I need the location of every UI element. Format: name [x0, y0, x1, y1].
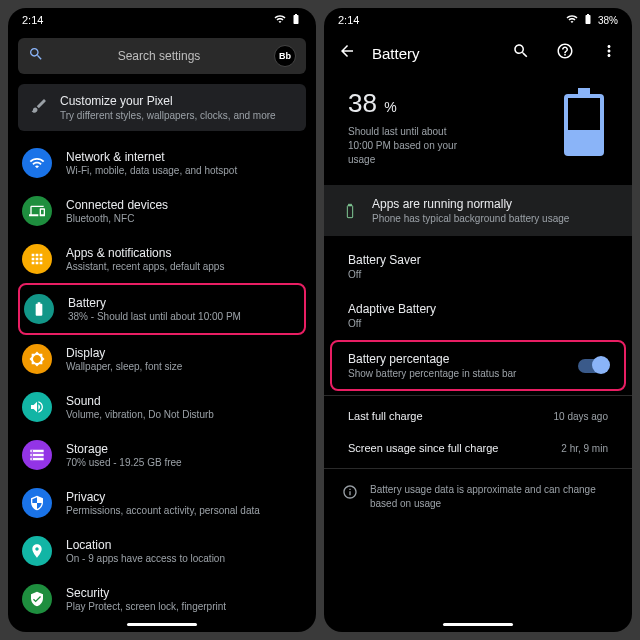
settings-row-privacy[interactable]: Privacy Permissions, account activity, p…	[18, 479, 306, 527]
search-icon[interactable]	[512, 42, 530, 64]
search-icon	[28, 46, 44, 66]
settings-row-storage[interactable]: Storage 70% used - 19.25 GB free	[18, 431, 306, 479]
row-sub: Wallpaper, sleep, font size	[66, 361, 182, 372]
svg-rect-3	[347, 205, 352, 217]
battery-pct-big: 38 %	[348, 88, 468, 119]
row-title: Security	[66, 586, 226, 600]
divider	[324, 468, 632, 469]
profile-avatar[interactable]: Bb	[274, 45, 296, 67]
search-placeholder: Search settings	[44, 49, 274, 63]
devices-icon	[22, 196, 52, 226]
battery-pct-text: 38%	[598, 15, 618, 26]
last-full-charge-row[interactable]: Last full charge 10 days ago	[324, 400, 632, 432]
battery-icon	[290, 13, 302, 27]
battery-icon	[582, 13, 594, 27]
battery-estimate: Should last until about 10:00 PM based o…	[348, 125, 468, 167]
row-title: Storage	[66, 442, 182, 456]
row-title: Privacy	[66, 490, 260, 504]
status-time: 2:14	[338, 14, 359, 26]
help-icon[interactable]	[556, 42, 574, 64]
settings-row-devices[interactable]: Connected devices Bluetooth, NFC	[18, 187, 306, 235]
settings-list: Network & internet Wi-Fi, mobile, data u…	[8, 139, 316, 616]
row-sub: 70% used - 19.25 GB free	[66, 457, 182, 468]
sound-icon	[22, 392, 52, 422]
search-settings-bar[interactable]: Search settings Bb	[18, 38, 306, 74]
row-title: Sound	[66, 394, 214, 408]
adaptive-battery-row[interactable]: Adaptive Battery Off	[324, 291, 632, 340]
svg-rect-2	[568, 98, 600, 130]
wifi-icon	[566, 13, 578, 27]
status-time: 2:14	[22, 14, 43, 26]
battery-header: Battery	[324, 32, 632, 74]
customize-title: Customize your Pixel	[60, 94, 276, 108]
settings-row-apps[interactable]: Apps & notifications Assistant, recent a…	[18, 235, 306, 283]
privacy-icon	[22, 488, 52, 518]
row-sub: Volume, vibration, Do Not Disturb	[66, 409, 214, 420]
row-title: Location	[66, 538, 225, 552]
customize-sub: Try different styles, wallpapers, clocks…	[60, 110, 276, 121]
battery-saver-row[interactable]: Battery Saver Off	[324, 242, 632, 291]
battery-ok-icon	[342, 201, 358, 221]
svg-rect-0	[578, 88, 590, 94]
settings-row-security[interactable]: Security Play Protect, screen lock, fing…	[18, 575, 306, 616]
more-icon[interactable]	[600, 42, 618, 64]
row-sub: 38% - Should last until about 10:00 PM	[68, 311, 241, 322]
page-title: Battery	[372, 45, 486, 62]
screen-usage-row[interactable]: Screen usage since full charge 2 hr, 9 m…	[324, 432, 632, 464]
apps-running-sub: Phone has typical background battery usa…	[372, 213, 569, 224]
row-title: Battery	[68, 296, 241, 310]
apps-running-card[interactable]: Apps are running normally Phone has typi…	[324, 185, 632, 236]
settings-row-display[interactable]: Display Wallpaper, sleep, font size	[18, 335, 306, 383]
battery-percentage-row[interactable]: Battery percentage Show battery percenta…	[330, 340, 626, 391]
row-sub: Permissions, account activity, personal …	[66, 505, 260, 516]
battery-footnote: Battery usage data is approximate and ca…	[324, 473, 632, 521]
wifi-icon	[274, 13, 286, 27]
row-title: Display	[66, 346, 182, 360]
row-sub: Bluetooth, NFC	[66, 213, 168, 224]
battery-settings-screen: 2:14 38% Battery 38 % Should last until …	[324, 8, 632, 632]
back-arrow-icon[interactable]	[338, 42, 356, 64]
location-icon	[22, 536, 52, 566]
row-sub: Assistant, recent apps, default apps	[66, 261, 224, 272]
divider	[324, 395, 632, 396]
battery-summary: 38 % Should last until about 10:00 PM ba…	[324, 74, 632, 185]
row-title: Apps & notifications	[66, 246, 224, 260]
status-bar: 2:14	[8, 8, 316, 32]
row-sub: On - 9 apps have access to location	[66, 553, 225, 564]
nav-bar[interactable]	[324, 616, 632, 632]
row-title: Connected devices	[66, 198, 168, 212]
display-icon	[22, 344, 52, 374]
storage-icon	[22, 440, 52, 470]
security-icon	[22, 584, 52, 614]
battery-percentage-toggle[interactable]	[578, 359, 608, 373]
brush-icon	[30, 97, 48, 119]
svg-rect-4	[349, 204, 352, 205]
row-sub: Play Protect, screen lock, fingerprint	[66, 601, 226, 612]
status-bar: 2:14 38%	[324, 8, 632, 32]
settings-row-wifi[interactable]: Network & internet Wi-Fi, mobile, data u…	[18, 139, 306, 187]
settings-main-screen: 2:14 Search settings Bb Customize your P…	[8, 8, 316, 632]
apps-running-title: Apps are running normally	[372, 197, 569, 211]
row-sub: Wi-Fi, mobile, data usage, and hotspot	[66, 165, 237, 176]
nav-bar[interactable]	[8, 616, 316, 632]
settings-row-location[interactable]: Location On - 9 apps have access to loca…	[18, 527, 306, 575]
row-title: Network & internet	[66, 150, 237, 164]
customize-pixel-card[interactable]: Customize your Pixel Try different style…	[18, 84, 306, 131]
wifi-icon	[22, 148, 52, 178]
battery-icon	[24, 294, 54, 324]
settings-row-battery[interactable]: Battery 38% - Should last until about 10…	[18, 283, 306, 335]
battery-large-icon	[560, 88, 608, 167]
settings-row-sound[interactable]: Sound Volume, vibration, Do Not Disturb	[18, 383, 306, 431]
info-icon	[342, 484, 358, 500]
apps-icon	[22, 244, 52, 274]
